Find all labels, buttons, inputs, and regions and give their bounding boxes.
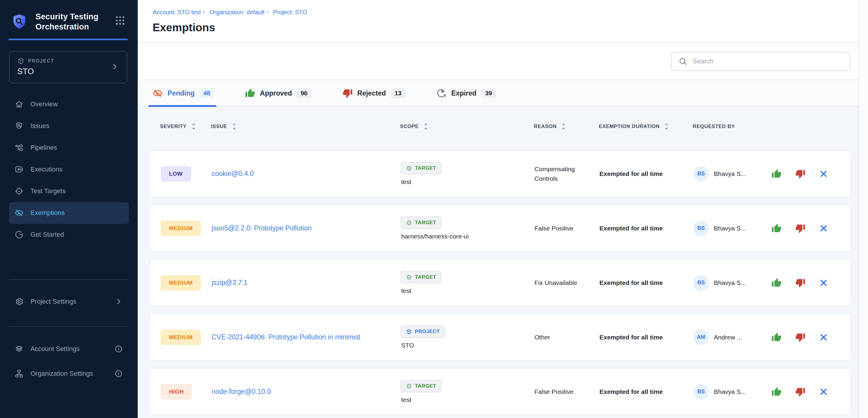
exemption-duration: Exempted for all time bbox=[599, 388, 693, 395]
tab-pending[interactable]: Pending 48 bbox=[153, 80, 214, 106]
thumb-down-icon bbox=[795, 332, 805, 342]
sidebar-item-exemptions[interactable]: Exemptions bbox=[9, 202, 129, 224]
home-icon bbox=[14, 100, 24, 109]
sidebar-item-pipelines[interactable]: Pipelines bbox=[9, 137, 129, 159]
scope-name: test bbox=[401, 178, 411, 185]
approve-button[interactable] bbox=[771, 278, 781, 288]
close-icon bbox=[819, 333, 828, 342]
scope-type-label: PROJECT bbox=[415, 329, 440, 335]
cancel-button[interactable] bbox=[819, 387, 828, 396]
target-scope-icon bbox=[406, 383, 412, 389]
column-header-label: SCOPE bbox=[400, 124, 419, 130]
requester-name: Andrew ... bbox=[714, 334, 742, 341]
issue-link[interactable]: cookie@0.4.0 bbox=[212, 168, 401, 179]
scope-badge: TARGET bbox=[401, 271, 441, 283]
table-header-row: SEVERITY ISSUE SCOPE REASON EXEMPTION DU… bbox=[149, 117, 851, 135]
reject-button[interactable] bbox=[795, 169, 805, 179]
issue-link[interactable]: CVE-2021-44906: Prototype Pollution in m… bbox=[212, 332, 401, 343]
tab-approved[interactable]: Approved 96 bbox=[245, 80, 311, 106]
cancel-button[interactable] bbox=[819, 278, 828, 287]
sidebar-item-project-settings[interactable]: Project Settings bbox=[9, 291, 129, 313]
column-header-label: ISSUE bbox=[211, 124, 227, 130]
scope-badge: TARGET bbox=[401, 380, 441, 392]
column-header-reason[interactable]: REASON bbox=[534, 123, 599, 130]
sidebar-item-label: Project Settings bbox=[30, 298, 76, 306]
sidebar-item-label: Organization Settings bbox=[30, 370, 93, 378]
requester-name: Bhavya S... bbox=[714, 279, 746, 286]
sidebar-item-test-targets[interactable]: Test Targets bbox=[9, 180, 129, 202]
sidebar-item-get-started[interactable]: Get Started bbox=[9, 224, 129, 246]
thumb-down-icon bbox=[795, 169, 805, 179]
sort-icon bbox=[561, 123, 566, 130]
tab-expired[interactable]: Expired 39 bbox=[436, 80, 496, 106]
sort-icon bbox=[232, 123, 237, 130]
project-selector[interactable]: PROJECT STO bbox=[9, 51, 127, 83]
thumb-down-icon bbox=[342, 88, 352, 98]
sidebar-item-issues[interactable]: Issues bbox=[9, 115, 129, 137]
scope-name: test bbox=[401, 396, 411, 404]
column-header-severity[interactable]: SEVERITY bbox=[160, 123, 211, 130]
tab-count-badge: 39 bbox=[481, 88, 496, 98]
breadcrumb-link[interactable]: Account: STO test bbox=[153, 9, 201, 15]
sidebar-item-label: Pipelines bbox=[30, 144, 57, 151]
scope-badge: TARGET bbox=[401, 162, 441, 174]
thumb-down-icon bbox=[795, 223, 805, 234]
pipelines-icon bbox=[14, 143, 24, 152]
column-header-scope[interactable]: SCOPE bbox=[400, 123, 534, 130]
column-header-issue[interactable]: ISSUE bbox=[211, 123, 400, 130]
sidebar-item-executions[interactable]: Executions bbox=[9, 159, 129, 180]
app-title: Security Testing Orchestration bbox=[35, 12, 106, 32]
page-title: Exemptions bbox=[153, 22, 859, 34]
cancel-button[interactable] bbox=[819, 169, 828, 178]
column-header-label: EXEMPTION DURATION bbox=[599, 124, 660, 130]
issue-link[interactable]: json5@2.2.0: Prototype Pollution bbox=[212, 223, 401, 234]
table-row: HIGH node-forge@0.10.0 TARGET test False… bbox=[149, 368, 851, 415]
breadcrumb-link[interactable]: Project: STO bbox=[273, 9, 307, 15]
sidebar-item-organization-settings[interactable]: Organization Settings bbox=[9, 363, 129, 385]
issue-link[interactable]: node-forge@0.10.0 bbox=[212, 386, 401, 397]
reject-button[interactable] bbox=[795, 278, 805, 288]
approve-button[interactable] bbox=[771, 387, 781, 397]
grid-icon bbox=[115, 15, 126, 26]
approve-button[interactable] bbox=[771, 169, 781, 179]
reject-button[interactable] bbox=[795, 387, 805, 397]
table-body: LOW cookie@0.4.0 TARGET test Compensatin… bbox=[149, 150, 851, 415]
info-icon bbox=[114, 370, 123, 378]
cube-icon bbox=[17, 58, 25, 65]
sidebar-item-account-settings[interactable]: Account Settings bbox=[9, 338, 129, 360]
issue-link[interactable]: jszip@3.7.1 bbox=[212, 277, 401, 288]
approve-button[interactable] bbox=[771, 223, 781, 234]
main-content: Account: STO test › Organization: defaul… bbox=[138, 0, 859, 418]
module-switcher-button[interactable] bbox=[115, 15, 126, 26]
scope-type-label: TARGET bbox=[415, 220, 436, 226]
table-row: MEDIUM json5@2.2.0: Prototype Pollution … bbox=[149, 205, 851, 252]
chevron-right-icon bbox=[111, 63, 119, 71]
search-input[interactable] bbox=[693, 58, 843, 65]
requester-name: Bhavya S... bbox=[714, 170, 746, 177]
requester-name: Bhavya S... bbox=[714, 388, 746, 395]
target-scope-icon bbox=[406, 274, 412, 280]
sidebar-item-label: Exemptions bbox=[30, 209, 65, 217]
approve-button[interactable] bbox=[771, 332, 781, 342]
info-icon bbox=[114, 345, 123, 353]
target-scope-icon bbox=[406, 165, 412, 171]
sort-icon bbox=[424, 123, 428, 130]
cancel-button[interactable] bbox=[819, 333, 828, 342]
reject-button[interactable] bbox=[795, 223, 805, 234]
reject-button[interactable] bbox=[795, 332, 805, 342]
exemption-duration: Exempted for all time bbox=[599, 279, 693, 286]
scope-type-label: TARGET bbox=[415, 383, 436, 389]
scope-name: harness/harness-core-ui bbox=[401, 233, 469, 240]
scope-badge: TARGET bbox=[401, 216, 441, 229]
tab-count-badge: 96 bbox=[297, 88, 311, 98]
breadcrumb-link[interactable]: Organization: default bbox=[210, 9, 265, 15]
cancel-button[interactable] bbox=[819, 224, 828, 233]
exemptions-table: SEVERITY ISSUE SCOPE REASON EXEMPTION DU… bbox=[138, 107, 859, 418]
avatar: BS bbox=[693, 221, 709, 236]
project-scope-icon bbox=[406, 329, 412, 335]
get-started-icon bbox=[14, 230, 24, 239]
sidebar-item-overview[interactable]: Overview bbox=[9, 94, 129, 115]
column-header-label: REASON bbox=[534, 124, 557, 130]
column-header-exemption-duration[interactable]: EXEMPTION DURATION bbox=[599, 123, 693, 130]
tab-rejected[interactable]: Rejected 13 bbox=[342, 80, 405, 106]
